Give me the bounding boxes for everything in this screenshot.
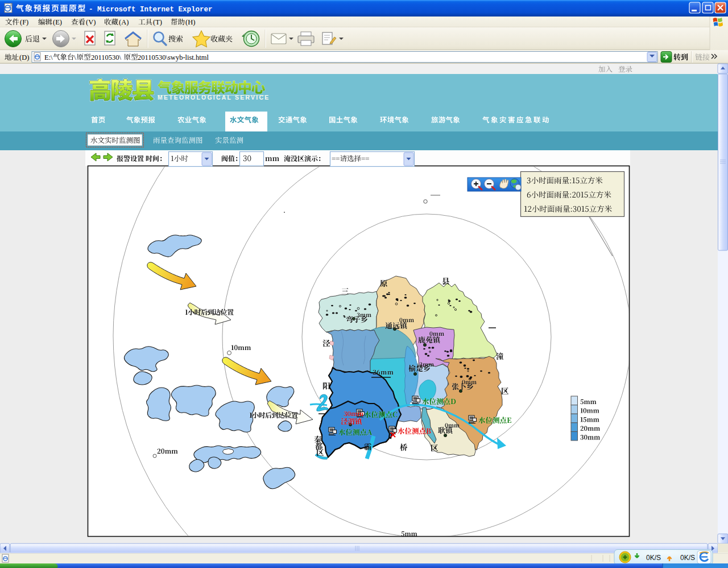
svg-text:(E): (E) xyxy=(53,18,62,26)
svg-text:METEOROLOGICAL SERVICE: METEOROLOGICAL SERVICE xyxy=(158,94,270,101)
svg-text:20110530\swyb-list.html: 20110530\swyb-list.html xyxy=(138,53,209,61)
svg-text:(A): (A) xyxy=(119,18,129,26)
svg-text:(V): (V) xyxy=(86,18,96,26)
svg-text:E:\: E:\ xyxy=(44,53,53,61)
svg-text:0K/S: 0K/S xyxy=(680,554,695,562)
svg-text:0K/S: 0K/S xyxy=(646,554,661,562)
svg-text:20110530\: 20110530\ xyxy=(91,53,122,61)
svg-text:- Microsoft Internet Explorer: - Microsoft Internet Explorer xyxy=(89,6,213,14)
svg-text:(H): (H) xyxy=(185,18,195,26)
svg-text:(T): (T) xyxy=(153,18,162,26)
svg-text:(D): (D) xyxy=(19,53,29,61)
svg-text:\: \ xyxy=(74,53,76,61)
svg-text:(F): (F) xyxy=(20,18,28,26)
